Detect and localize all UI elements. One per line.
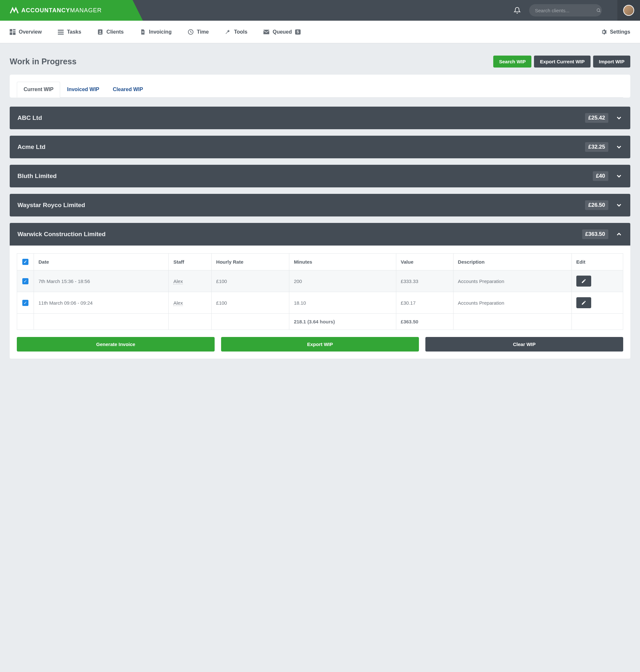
client-row[interactable]: ABC Ltd £25.42 [10,107,630,129]
col-minutes: Minutes [289,254,396,270]
export-wip-button[interactable]: Export WIP [221,337,419,352]
total-value: £363.50 [396,314,453,330]
logo[interactable]: ACCOUNTANCYMANAGER [0,0,132,21]
nav-label: Invoicing [149,29,172,35]
svg-point-11 [100,30,101,32]
svg-rect-12 [142,31,144,32]
chevron-down-icon[interactable] [615,114,623,121]
avatar [623,5,634,16]
client-row[interactable]: Waystar Royco Limited £26.50 [10,194,630,216]
chevron-up-icon[interactable] [615,231,623,238]
svg-rect-2 [10,29,12,32]
queued-badge: 5 [295,29,301,34]
mail-icon [263,29,269,35]
nav-label: Tools [234,29,247,35]
svg-rect-3 [13,29,15,30]
client-amount: £40 [593,171,608,181]
svg-rect-7 [58,30,64,31]
chevron-down-icon[interactable] [615,201,623,209]
chevron-down-icon[interactable] [615,173,623,180]
edit-button[interactable] [576,275,591,287]
clock-icon [188,29,194,35]
staff-link[interactable]: Alex [173,279,183,284]
nav-settings[interactable]: Settings [601,29,630,35]
gear-icon [601,29,607,35]
cell-rate: £100 [212,292,289,314]
nav-overview[interactable]: Overview [10,29,42,35]
svg-rect-5 [10,32,12,35]
cell-rate: £100 [212,270,289,292]
search-wip-button[interactable]: Search WIP [493,56,532,68]
nav-label: Tasks [67,29,81,35]
svg-rect-13 [142,32,144,33]
top-header: ACCOUNTANCYMANAGER [0,0,640,21]
page-title: Work in Progress [10,57,491,66]
client-amount: £25.42 [585,113,608,123]
generate-invoice-button[interactable]: Generate Invoice [17,337,215,352]
row-checkbox[interactable]: ✓ [22,300,28,306]
import-wip-button[interactable]: Import WIP [593,56,630,68]
nav-label: Time [197,29,209,35]
col-value: Value [396,254,453,270]
cell-value: £30.17 [396,292,453,314]
logo-text: ACCOUNTANCYMANAGER [21,7,102,14]
page-header: Work in Progress Search WIP Export Curre… [10,56,630,68]
client-amount: £363.50 [582,229,608,239]
cell-description: Accounts Preparation [453,292,571,314]
col-staff: Staff [169,254,212,270]
cell-description: Accounts Preparation [453,270,571,292]
export-current-wip-button[interactable]: Export Current WIP [534,56,590,68]
search-icon[interactable] [596,8,601,13]
col-edit: Edit [571,254,623,270]
select-all-checkbox[interactable]: ✓ [22,259,28,265]
notifications-icon[interactable] [511,7,523,14]
staff-link[interactable]: Alex [173,300,183,306]
search-input[interactable] [535,8,596,13]
table-row: ✓ 11th March 09:06 - 09:24 Alex £100 18.… [17,292,623,314]
cell-date: 7th March 15:36 - 18:56 [34,270,169,292]
tab-invoiced-wip[interactable]: Invoiced WIP [60,82,106,98]
nav-queued[interactable]: Queued 5 [263,29,300,35]
table-totals: 218.1 (3.64 hours) £363.50 [17,314,623,330]
nav-tools[interactable]: Tools [225,29,247,35]
client-amount: £32.25 [585,142,608,152]
cell-date: 11th March 09:06 - 09:24 [34,292,169,314]
svg-rect-4 [13,31,15,32]
svg-rect-8 [58,32,64,33]
nav-clients[interactable]: Clients [97,29,123,35]
client-name: Waystar Royco Limited [17,201,585,209]
clear-wip-button[interactable]: Clear WIP [425,337,623,352]
client-row[interactable]: Bluth Limited £40 [10,165,630,188]
col-rate: Hourly Rate [212,254,289,270]
chevron-down-icon[interactable] [615,144,623,151]
logo-icon [10,7,19,14]
client-name: ABC Ltd [17,114,585,121]
nav-tasks[interactable]: Tasks [58,29,81,35]
client-name: Bluth Limited [17,173,593,180]
cell-minutes: 200 [289,270,396,292]
row-checkbox[interactable]: ✓ [22,278,28,284]
client-name: Warwick Construction Limited [17,231,582,238]
client-row[interactable]: Acme Ltd £32.25 [10,136,630,158]
col-description: Description [453,254,571,270]
client-name: Acme Ltd [17,144,585,151]
user-menu[interactable] [617,0,640,21]
nav-invoicing[interactable]: Invoicing [140,29,172,35]
svg-rect-6 [13,32,15,35]
client-row-expanded[interactable]: Warwick Construction Limited £363.50 [10,223,630,245]
tab-current-wip[interactable]: Current WIP [17,82,60,98]
tabs-card: Current WIP Invoiced WIP Cleared WIP [10,75,630,98]
actions-row: Generate Invoice Export WIP Clear WIP [17,337,623,352]
edit-button[interactable] [576,297,591,308]
nav-label: Settings [610,29,630,35]
tab-cleared-wip[interactable]: Cleared WIP [106,82,150,98]
document-icon [140,29,146,35]
svg-rect-9 [58,34,64,34]
total-minutes: 218.1 (3.64 hours) [289,314,396,330]
contacts-icon [97,29,103,35]
nav-time[interactable]: Time [188,29,209,35]
cell-minutes: 18.10 [289,292,396,314]
cell-value: £333.33 [396,270,453,292]
nav-label: Clients [106,29,123,35]
search-clients[interactable] [529,4,602,16]
